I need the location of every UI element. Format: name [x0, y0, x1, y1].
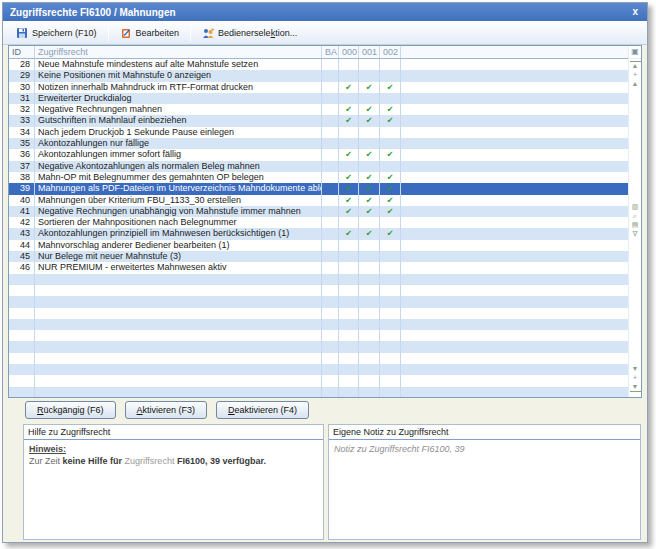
row-label — [35, 387, 322, 397]
row-label: Akontozahlungen immer sofort fällig — [35, 149, 322, 160]
check-cell-002 — [380, 161, 401, 172]
users-icon: + — [202, 27, 214, 39]
save-icon — [16, 27, 28, 39]
scroll-to-bottom-icon[interactable]: ▼ — [630, 383, 641, 392]
row-label: Akontozahlungen nur fällige — [35, 138, 322, 149]
scroll-down-icon[interactable]: ▼ — [630, 365, 641, 373]
check-cell-001 — [359, 217, 380, 228]
table-row-empty[interactable] — [9, 330, 628, 341]
row-label: Mahn-OP mit Belegnummer des gemahnten OP… — [35, 172, 322, 183]
check-cell-000 — [339, 262, 359, 273]
select-columns-icon[interactable]: ▣ — [629, 46, 641, 59]
table-row-empty[interactable] — [9, 319, 628, 330]
help-text: Zur Zeit keine Hilfe für Zugriffsrecht F… — [29, 455, 318, 467]
table-row-empty[interactable] — [9, 375, 628, 386]
table-row-empty[interactable] — [9, 296, 628, 307]
table-row[interactable]: 31Erweiterter Druckdialog — [9, 93, 628, 104]
check-cell-ba — [322, 319, 339, 330]
table-row[interactable]: 43Akontozahlungen prinzipiell im Mahnwes… — [9, 228, 628, 239]
column-header-001[interactable]: 001 — [359, 46, 380, 58]
filter-icon[interactable]: ∇ — [630, 230, 641, 238]
check-cell-ba — [322, 308, 339, 319]
edit-icon — [120, 27, 132, 39]
row-id — [9, 296, 35, 307]
column-header-id[interactable]: ID — [9, 46, 35, 58]
undo-button[interactable]: Rückgängig (F6) — [25, 401, 116, 419]
check-cell-002 — [380, 217, 401, 228]
row-id: 28 — [9, 59, 35, 70]
table-row[interactable]: 42Sortieren der Mahnpositionen nach Bele… — [9, 217, 628, 228]
check-cell-001: ✔ — [359, 206, 380, 217]
check-cell-002 — [380, 353, 401, 364]
check-cell-001 — [359, 262, 380, 273]
row-label: Negative Rechnungen mahnen — [35, 104, 322, 115]
activate-button[interactable]: Aktivieren (F3) — [125, 401, 208, 419]
column-header-right[interactable]: Zugriffsrecht — [35, 46, 322, 58]
table-row[interactable]: 29Keine Positionen mit Mahnstufe 0 anzei… — [9, 70, 628, 81]
table-row-empty[interactable] — [9, 353, 628, 364]
check-cell-ba — [322, 262, 339, 273]
table-row[interactable]: 40Mahnungen über Kriterium FBU_1133_30 e… — [9, 195, 628, 206]
table-row[interactable]: 46NUR PREMIUM - erweitertes Mahnwesen ak… — [9, 262, 628, 273]
table-row[interactable]: 36Akontozahlungen immer sofort fällig✔✔✔ — [9, 149, 628, 160]
check-cell-000 — [339, 93, 359, 104]
row-id: 39 — [9, 183, 35, 194]
goto-current-row-icon[interactable]: + — [630, 374, 641, 382]
check-cell-000 — [339, 353, 359, 364]
table-row[interactable]: 34Nach jedem Druckjob 1 Sekunde Pause ei… — [9, 127, 628, 138]
table-row-empty[interactable] — [9, 341, 628, 352]
column-header-000[interactable]: 000 — [339, 46, 359, 58]
close-icon[interactable]: x — [630, 4, 640, 20]
check-cell-001 — [359, 161, 380, 172]
row-filler — [401, 183, 628, 194]
table-row[interactable]: 37Negative Akontozahlungen als normalen … — [9, 161, 628, 172]
table-row-empty[interactable] — [9, 387, 628, 397]
check-cell-002 — [380, 93, 401, 104]
table-row-empty[interactable] — [9, 308, 628, 319]
check-cell-000 — [339, 330, 359, 341]
row-filler — [401, 138, 628, 149]
help-panel-content: Hinweis: Zur Zeit keine Hilfe für Zugrif… — [24, 440, 323, 539]
column-header-ba[interactable]: BA — [322, 46, 339, 58]
check-cell-001: ✔ — [359, 228, 380, 239]
save-button[interactable]: Speichern (F10) — [8, 24, 105, 42]
check-cell-002 — [380, 341, 401, 352]
column-options-icon[interactable]: ▥ — [630, 203, 641, 211]
table-row[interactable]: 33Gutschriften in Mahnlauf einbeziehen✔✔… — [9, 115, 628, 126]
note-input[interactable]: Notiz zu Zugriffsrecht FI6100, 39 — [329, 440, 640, 539]
search-icon[interactable]: ⌕ — [630, 212, 641, 220]
deactivate-button[interactable]: Deaktivieren (F4) — [216, 401, 309, 419]
table-row[interactable]: 35Akontozahlungen nur fällige — [9, 138, 628, 149]
toolbar: Speichern (F10) Bearbeiten + Bedienersel… — [3, 21, 647, 45]
column-header-002[interactable]: 002 — [380, 46, 401, 58]
check-cell-ba — [322, 149, 339, 160]
table-row-empty[interactable] — [9, 364, 628, 375]
row-id: 45 — [9, 251, 35, 262]
row-filler — [401, 319, 628, 330]
goto-current-row-icon[interactable]: + — [630, 71, 641, 79]
row-label — [35, 353, 322, 364]
table-row[interactable]: 32Negative Rechnungen mahnen✔✔✔ — [9, 104, 628, 115]
table-row[interactable]: 30Notizen innerhalb Mahndruck im RTF-For… — [9, 82, 628, 93]
notes-icon[interactable]: ▤ — [630, 221, 641, 229]
edit-button[interactable]: Bearbeiten — [112, 24, 188, 42]
row-filler — [401, 387, 628, 397]
table-row-empty[interactable] — [9, 285, 628, 296]
table-row-empty[interactable] — [9, 274, 628, 285]
operator-selection-button[interactable]: + Bedienerselektion... — [194, 24, 305, 42]
table-row[interactable]: 38Mahn-OP mit Belegnummer des gemahnten … — [9, 172, 628, 183]
table-row[interactable]: 45Nur Belege mit neuer Mahnstufe (3) — [9, 251, 628, 262]
table-row[interactable]: 41Negative Rechnungen unabhängig von Mah… — [9, 206, 628, 217]
row-filler — [401, 70, 628, 81]
table-row[interactable]: 44Mahnvorschlag anderer Bediener bearbei… — [9, 240, 628, 251]
check-cell-000 — [339, 217, 359, 228]
check-cell-ba — [322, 296, 339, 307]
scroll-to-top-icon[interactable]: ▲ — [630, 61, 641, 70]
table-row[interactable]: 39Mahnungen als PDF-Dateien im Unterverz… — [9, 183, 628, 194]
row-filler — [401, 104, 628, 115]
row-filler — [401, 127, 628, 138]
table-row[interactable]: 28Neue Mahnstufe mindestens auf alte Mah… — [9, 59, 628, 70]
toolbar-separator — [108, 25, 109, 41]
edit-button-label: Bearbeiten — [136, 28, 180, 38]
scroll-up-icon[interactable]: ▲ — [630, 80, 641, 88]
